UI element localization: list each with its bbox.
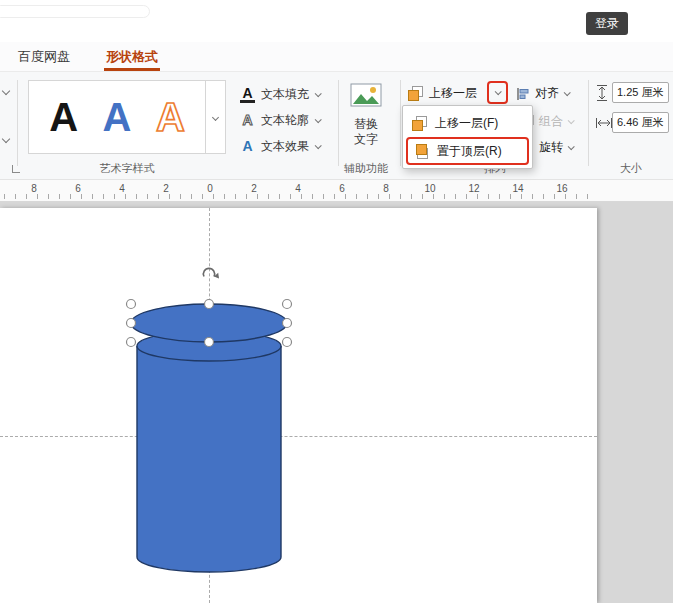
text-fill-button[interactable]: A 文本填充 (240, 82, 320, 106)
quick-access-area (0, 5, 150, 18)
ruler-label: 14 (510, 183, 525, 194)
slide-canvas[interactable] (0, 202, 673, 603)
chevron-down-icon (212, 113, 219, 120)
shape-height-icon (595, 84, 609, 102)
bring-forward-label: 上移一层 (429, 85, 477, 102)
selection-handle[interactable] (205, 300, 214, 309)
ruler-label: 8 (29, 183, 39, 194)
group-divider (17, 80, 18, 166)
wordart-sample-blue[interactable]: A (103, 97, 132, 137)
ribbon-tabs: 百度网盘 形状格式 (0, 42, 673, 72)
group-divider (588, 80, 589, 166)
ruler-label: 8 (381, 183, 391, 194)
tab-baidu-netdisk[interactable]: 百度网盘 (16, 42, 72, 71)
selection-handle[interactable] (283, 300, 292, 309)
selection-handle[interactable] (205, 338, 214, 347)
text-outline-label: 文本轮廓 (261, 112, 309, 129)
ellipse-shape[interactable] (131, 304, 287, 342)
align-label: 对齐 (535, 85, 559, 102)
chevron-down-icon (495, 88, 502, 95)
shape-width-icon (595, 116, 613, 130)
selection-handle[interactable] (283, 338, 292, 347)
menu-item-label: 置于顶层(R) (437, 143, 502, 160)
rotate-label: 旋转 (539, 139, 563, 156)
titlebar: 登录 (0, 0, 673, 42)
chevron-down-icon (315, 116, 322, 123)
picture-icon (349, 82, 383, 110)
selection-handle[interactable] (283, 319, 292, 328)
ruler-label: 4 (117, 183, 127, 194)
align-button[interactable]: 对齐 (516, 85, 569, 102)
wordart-sample-outline[interactable]: A (156, 97, 185, 137)
menu-item-bring-forward[interactable]: 上移一层(F) (406, 109, 529, 137)
arrange-dropdown-menu: 上移一层(F) 置于顶层(R) (402, 105, 533, 169)
cylinder-shape[interactable] (137, 331, 281, 572)
align-icon (516, 87, 530, 101)
replace-text-button[interactable]: 替换 文字 (338, 82, 394, 147)
menu-item-bring-to-front[interactable]: 置于顶层(R) (406, 137, 529, 165)
group-divider (400, 80, 401, 166)
text-outline-button[interactable]: A 文本轮廓 (240, 108, 320, 132)
wordart-group-caption: 艺术字样式 (28, 161, 226, 176)
text-effects-label: 文本效果 (261, 138, 309, 155)
chevron-down-icon (568, 117, 575, 124)
chevron-down-icon (315, 142, 322, 149)
text-fill-label: 文本填充 (261, 86, 309, 103)
bring-to-front-icon (414, 144, 429, 159)
rotation-handle[interactable] (203, 268, 219, 278)
slide[interactable] (0, 208, 597, 603)
text-effects-button[interactable]: A 文本效果 (240, 134, 320, 158)
ribbon: A A A 艺术字样式 A 文本填充 A 文本轮廓 A 文本效果 (0, 72, 673, 180)
chevron-down-icon (568, 143, 575, 150)
wordart-sample-black[interactable]: A (49, 97, 78, 137)
horizontal-ruler: 86420246810121416 (0, 180, 673, 202)
chevron-down-icon (315, 90, 322, 97)
ruler-label: 6 (337, 183, 347, 194)
size-group-caption: 大小 (600, 161, 662, 176)
chevron-down-icon (564, 89, 571, 96)
replace-text-label-line2: 文字 (338, 132, 394, 147)
text-effects-icon: A (240, 139, 255, 153)
ruler-label: 2 (249, 183, 259, 194)
selection-handle[interactable] (127, 300, 136, 309)
ruler-label: 2 (161, 183, 171, 194)
wordart-samples: A A A (29, 81, 205, 153)
tab-shape-format[interactable]: 形状格式 (104, 42, 160, 71)
ruler-label: 16 (554, 183, 569, 194)
bring-forward-dropdown-button[interactable] (487, 81, 508, 104)
selection-handle[interactable] (127, 319, 136, 328)
chevron-down-icon[interactable] (2, 87, 10, 95)
bring-forward-button[interactable]: 上移一层 (408, 85, 477, 102)
menu-item-label: 上移一层(F) (435, 115, 498, 132)
wordart-gallery-more-button[interactable] (205, 81, 225, 153)
text-outline-icon: A (240, 113, 255, 127)
ruler-label: 12 (466, 183, 481, 194)
selection-handle[interactable] (127, 338, 136, 347)
ruler-ticks (4, 194, 596, 199)
ruler-label: 10 (422, 183, 437, 194)
shape-width-input[interactable] (612, 112, 669, 133)
text-fill-icon: A (240, 86, 255, 103)
bring-forward-icon (412, 116, 427, 131)
app-window: 登录 百度网盘 形状格式 A A A 艺术字样式 A 文本填充 (0, 0, 673, 603)
ruler-label: 0 (205, 183, 215, 194)
wordart-gallery[interactable]: A A A (28, 80, 226, 154)
replace-text-label-line1: 替换 (338, 117, 394, 132)
accessibility-group-caption: 辅助功能 (334, 161, 398, 176)
ruler-label: 4 (293, 183, 303, 194)
bring-forward-icon (408, 86, 423, 101)
ruler-label: 6 (73, 183, 83, 194)
login-button[interactable]: 登录 (586, 12, 628, 35)
group-label: 组合 (539, 113, 563, 130)
chevron-down-icon[interactable] (2, 135, 10, 143)
shape-height-input[interactable] (612, 82, 669, 103)
dialog-launcher-icon[interactable] (12, 165, 20, 173)
